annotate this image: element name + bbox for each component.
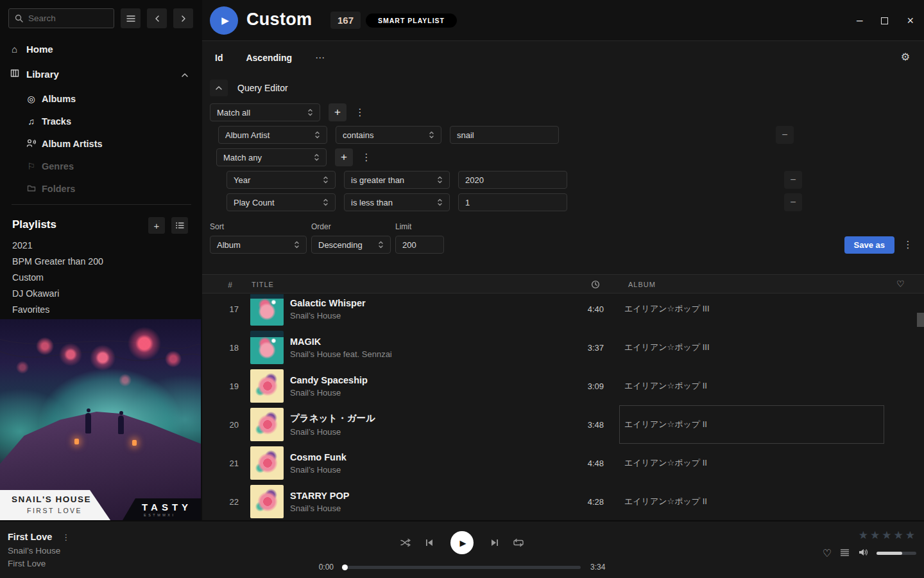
- favorite-button[interactable]: ♡: [823, 547, 832, 559]
- chevron-up-icon: [215, 85, 223, 91]
- sidebar-item-home[interactable]: ⌂ Home: [0, 41, 202, 57]
- star-icon[interactable]: ★: [870, 529, 880, 542]
- folders-label: Folders: [42, 184, 75, 194]
- scrollbar-thumb[interactable]: [917, 313, 924, 327]
- shuffle-button[interactable]: [399, 536, 412, 549]
- add-playlist-button[interactable]: +: [148, 217, 165, 234]
- sidebar-divider: [12, 204, 191, 205]
- remove-rule-button[interactable]: −: [784, 171, 802, 189]
- sidebar-item-albums[interactable]: ◎ Albums: [26, 91, 76, 107]
- rule-field-select[interactable]: Album Artist: [218, 126, 327, 144]
- sort-select[interactable]: Album: [210, 236, 307, 254]
- art-label-sub: ESTMMXI: [144, 513, 176, 517]
- track-album[interactable]: エイリアン☆ポップ II: [624, 457, 707, 469]
- remove-rule-button[interactable]: −: [784, 193, 802, 211]
- more-options-button[interactable]: ⋯: [315, 52, 325, 64]
- table-row[interactable]: 20 プラネット・ガール Snail’s House 3:48 エイリアン☆ポッ…: [202, 405, 924, 444]
- rule-operator-select[interactable]: is greater than: [344, 171, 450, 189]
- previous-track-button[interactable]: [423, 536, 436, 549]
- queue-button[interactable]: [840, 548, 850, 559]
- search-input[interactable]: [28, 13, 105, 23]
- duration-clock-icon[interactable]: [591, 280, 600, 290]
- group-options-button[interactable]: ⋮: [361, 148, 372, 166]
- limit-input[interactable]: [395, 236, 444, 254]
- track-album[interactable]: エイリアン☆ポップ II: [624, 419, 707, 430]
- tracklist-header: # TITLE ALBUM ♡: [202, 274, 924, 293]
- track-duration: 3:09: [561, 381, 604, 391]
- chevron-left-icon: [154, 15, 160, 22]
- gear-icon[interactable]: ⚙: [901, 51, 910, 63]
- star-icon[interactable]: ★: [859, 529, 868, 542]
- rule-operator-select[interactable]: is less than: [344, 193, 450, 211]
- seek-slider[interactable]: [343, 566, 581, 569]
- add-rule-button[interactable]: +: [335, 148, 353, 166]
- rating-stars[interactable]: ★ ★ ★ ★ ★: [859, 529, 915, 542]
- track-title: STARRY POP: [290, 491, 561, 501]
- track-album[interactable]: エイリアン☆ポップ II: [624, 380, 707, 392]
- nav-forward-button[interactable]: [173, 8, 193, 28]
- playlist-item-bpm[interactable]: BPM Greater than 200: [12, 253, 103, 269]
- playlist-item-2021[interactable]: 2021: [12, 237, 33, 253]
- rule-value-input[interactable]: [458, 171, 567, 189]
- seek-slider-knob[interactable]: [342, 565, 348, 570]
- playlist-item-custom[interactable]: Custom: [12, 269, 44, 285]
- table-row[interactable]: 17 Galactic Whisper Snail’s House 4:40 エ…: [202, 294, 924, 328]
- volume-slider[interactable]: [877, 552, 916, 555]
- column-number[interactable]: #: [202, 281, 233, 290]
- add-rule-button[interactable]: +: [329, 103, 346, 121]
- rule-value-input[interactable]: [458, 193, 567, 211]
- sort-direction-button[interactable]: Ascending: [246, 53, 292, 63]
- playlists-heading: Playlists: [12, 218, 56, 231]
- window-minimize-button[interactable]: –: [857, 14, 862, 27]
- order-select[interactable]: Descending: [311, 236, 391, 254]
- playlist-list-view-button[interactable]: [171, 217, 188, 234]
- sidebar-item-library[interactable]: Library: [0, 66, 202, 82]
- sort-field-button[interactable]: Id: [215, 53, 223, 63]
- group-options-button[interactable]: ⋮: [355, 103, 365, 121]
- repeat-button[interactable]: [512, 536, 525, 549]
- table-row[interactable]: 21 Cosmo Funk Snail’s House 4:48 エイリアン☆ポ…: [202, 444, 924, 482]
- next-track-button[interactable]: [488, 536, 501, 549]
- match-type-select[interactable]: Match all: [210, 103, 320, 121]
- save-options-button[interactable]: ⋮: [903, 236, 913, 254]
- match-type-select[interactable]: Match any: [216, 148, 327, 166]
- queue-icon: [840, 548, 850, 557]
- star-icon[interactable]: ★: [894, 529, 903, 542]
- playlist-item-dj-okawari[interactable]: DJ Okawari: [12, 285, 59, 301]
- menu-button[interactable]: [121, 8, 141, 28]
- rule-field-select[interactable]: Year: [227, 171, 336, 189]
- rule-operator-select[interactable]: contains: [336, 126, 441, 144]
- play-playlist-button[interactable]: ▶: [210, 6, 238, 35]
- sidebar-item-folders[interactable]: Folders: [26, 181, 75, 197]
- rule-field-select[interactable]: Play Count: [227, 193, 336, 211]
- column-album[interactable]: ALBUM: [628, 281, 656, 288]
- library-collapse-chevron[interactable]: [181, 69, 189, 80]
- rule-value-input[interactable]: [450, 126, 559, 144]
- track-album[interactable]: エイリアン☆ポップ III: [624, 342, 710, 353]
- remove-rule-button[interactable]: −: [776, 126, 794, 144]
- save-as-button[interactable]: Save as: [844, 236, 894, 254]
- table-row[interactable]: 22 STARRY POP Snail’s House 4:28 エイリアン☆ポ…: [202, 482, 924, 520]
- track-artist: Snail’s House: [290, 465, 561, 475]
- star-icon[interactable]: ★: [882, 529, 891, 542]
- time-total: 3:34: [590, 563, 612, 572]
- sidebar-item-album-artists[interactable]: Album Artists: [26, 136, 103, 152]
- track-album[interactable]: エイリアン☆ポップ III: [624, 303, 710, 315]
- search-box[interactable]: [8, 8, 114, 28]
- table-row[interactable]: 19 Candy Spaceship Snail’s House 3:09 エイ…: [202, 367, 924, 405]
- track-album[interactable]: エイリアン☆ポップ II: [624, 496, 707, 507]
- sidebar-item-genres[interactable]: ⚐ Genres: [26, 159, 74, 174]
- favorite-column-icon[interactable]: ♡: [896, 279, 905, 289]
- window-close-button[interactable]: ×: [907, 14, 914, 28]
- query-editor-collapse-button[interactable]: [210, 80, 228, 96]
- sidebar-item-tracks[interactable]: ♫ Tracks: [26, 114, 71, 129]
- nav-back-button[interactable]: [147, 8, 167, 28]
- column-title[interactable]: TITLE: [252, 281, 274, 288]
- now-playing-album-art[interactable]: SNAIL'S HOUSE FIRST LOVE TASTY ESTMMXI: [0, 319, 201, 520]
- playlist-item-favorites[interactable]: Favorites: [12, 301, 49, 317]
- star-icon[interactable]: ★: [905, 529, 915, 542]
- play-button[interactable]: ▶: [450, 531, 474, 554]
- volume-button[interactable]: [858, 548, 868, 559]
- window-maximize-button[interactable]: [881, 17, 888, 24]
- table-row[interactable]: 18 MAGIK Snail’s House feat. Sennzai 3:3…: [202, 328, 924, 367]
